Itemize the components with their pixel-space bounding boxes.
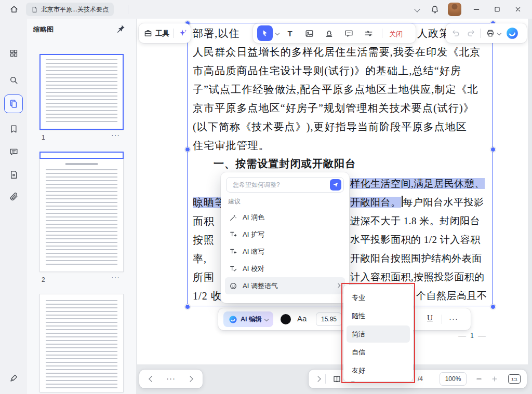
maximize-icon xyxy=(493,5,501,13)
menu-item-ai-polish[interactable]: AI 润色 xyxy=(225,209,345,226)
reader-button[interactable] xyxy=(5,166,22,183)
tab-divider xyxy=(128,5,128,14)
cursor-icon xyxy=(261,29,269,37)
wand-icon xyxy=(229,213,237,222)
comments-button[interactable] xyxy=(5,143,22,160)
ai-sparkle-button[interactable] xyxy=(177,28,189,39)
prev-page-icon[interactable] xyxy=(149,376,154,382)
sliders-icon xyxy=(364,29,374,38)
sparkle-icon xyxy=(178,28,188,38)
actual-size-button[interactable]: 1:1 xyxy=(508,374,521,384)
thumbnail-more-button[interactable]: ··· xyxy=(111,273,120,281)
doc-line-fragment: 部署,以住 xyxy=(193,26,240,40)
doc-line-fragment: 开敞阳台按照围护结构外表面 xyxy=(350,251,482,266)
menu-item-ai-shorten[interactable]: AI 缩写 xyxy=(225,243,345,260)
apps-grid-icon xyxy=(9,48,19,58)
close-edit-button[interactable]: 关闭 xyxy=(389,30,403,39)
tone-option-confident[interactable]: 自信 xyxy=(347,344,410,361)
undo-button[interactable] xyxy=(450,28,462,39)
doc-line: 市高品质商品住宅设计导则(试行)》的基础上,总结“好房 xyxy=(193,63,461,78)
search-button[interactable] xyxy=(5,72,22,88)
page-nav-pill: ··· xyxy=(139,370,203,388)
ai-prompt-input[interactable] xyxy=(232,181,330,189)
ai-edit-label: AI 编辑 xyxy=(241,315,262,324)
tone-option-professional[interactable]: 专业 xyxy=(347,289,410,306)
text-tool-button[interactable]: T xyxy=(283,27,297,39)
ai-logo-icon xyxy=(506,26,519,40)
menu-item-ai-proofread[interactable]: AI 校对 xyxy=(225,260,345,277)
stamp-tool-button[interactable] xyxy=(323,28,335,39)
doc-line-fragment: 人政策 xyxy=(417,26,450,40)
doc-heading: 一、按需设置封闭或开敞阳台 xyxy=(214,156,356,171)
collapse-toolbar-button[interactable] xyxy=(411,4,423,15)
selection-handle[interactable] xyxy=(490,304,496,309)
chevron-down-icon[interactable] xyxy=(497,31,501,35)
adjust-tool-button[interactable] xyxy=(362,28,375,39)
reading-mode-button[interactable] xyxy=(330,374,343,384)
page-lines-icon xyxy=(9,170,19,180)
chevron-down-icon xyxy=(414,6,420,12)
pin-panel-button[interactable] xyxy=(115,24,126,34)
doc-line: (以下简称《技术要点》),更好指导当前阶段平原多点地区 xyxy=(193,119,467,134)
signature-button[interactable] xyxy=(5,370,22,386)
font-style-button[interactable]: Aa xyxy=(297,314,307,323)
thumbnails-panel-button[interactable] xyxy=(4,94,23,113)
pdf-editor-window: 北京市平原...关技术要点 缩略图 xyxy=(0,0,532,394)
menu-item-label: AI 缩写 xyxy=(243,247,264,256)
bookmark-icon xyxy=(9,124,19,134)
selection-handle[interactable] xyxy=(490,147,496,152)
image-tool-button[interactable] xyxy=(303,28,315,39)
text-caret xyxy=(402,196,403,207)
page-total-label: /4 xyxy=(418,375,423,383)
tone-option-concise[interactable]: 简洁 xyxy=(347,325,410,343)
chevron-down-icon[interactable] xyxy=(275,31,280,35)
apps-grid-button[interactable] xyxy=(5,45,22,61)
zoom-out-button[interactable] xyxy=(474,374,484,384)
divider xyxy=(173,29,174,38)
viewport-indicator[interactable] xyxy=(39,152,124,159)
history-pill xyxy=(446,23,527,43)
zoom-in-button[interactable] xyxy=(489,374,500,384)
tone-option-friendly[interactable]: 友好 xyxy=(347,362,410,379)
underline-button[interactable]: U xyxy=(427,314,433,322)
redo-button[interactable] xyxy=(464,28,477,39)
doc-line-fragment: 面积 xyxy=(193,214,215,228)
annotation-tool-button[interactable] xyxy=(342,28,355,39)
bookmarks-button[interactable] xyxy=(5,120,22,137)
send-button[interactable] xyxy=(330,179,341,191)
tools-button[interactable]: 工具 xyxy=(155,29,169,38)
font-size-field[interactable]: 15.95 xyxy=(316,313,342,326)
ai-assistant-button[interactable] xyxy=(505,26,520,40)
maximize-window-button[interactable] xyxy=(490,3,504,16)
nav-more-button[interactable]: ··· xyxy=(166,374,176,383)
menu-item-ai-tone[interactable]: AI 调整语气 xyxy=(225,277,345,294)
home-button[interactable] xyxy=(7,3,21,16)
attachments-button[interactable] xyxy=(5,188,22,205)
select-tool-button[interactable] xyxy=(257,25,273,41)
doc-line-fragment: 计入容积面积,按照投影面积的 xyxy=(350,270,485,284)
selection-handle[interactable] xyxy=(185,304,190,309)
undo-icon xyxy=(451,29,461,38)
pen-icon xyxy=(9,373,19,383)
user-avatar[interactable] xyxy=(448,3,461,16)
selection-handle[interactable] xyxy=(185,147,190,152)
document-tab[interactable]: 北京市平原...关技术要点 xyxy=(26,3,114,16)
tone-option-casual[interactable]: 随性 xyxy=(347,307,410,324)
more-formatting-button[interactable]: ··· xyxy=(449,314,458,323)
menu-item-label: AI 调整语气 xyxy=(243,281,278,291)
text-color-swatch[interactable] xyxy=(281,314,291,324)
minimize-window-button[interactable] xyxy=(470,3,483,16)
menu-item-label: AI 润色 xyxy=(243,213,264,222)
close-window-button[interactable] xyxy=(511,3,525,16)
notifications-button[interactable] xyxy=(428,3,442,16)
ai-edit-button[interactable]: AI 编辑 xyxy=(223,311,273,327)
minimize-icon xyxy=(472,5,481,13)
comment-icon xyxy=(9,147,19,157)
document-icon xyxy=(31,6,38,13)
expand-panel-icon[interactable] xyxy=(315,376,321,382)
zoom-level-field[interactable]: 100% xyxy=(440,372,467,386)
next-page-icon[interactable] xyxy=(187,376,193,382)
thumbnail-more-button[interactable]: ··· xyxy=(111,131,120,139)
print-button[interactable] xyxy=(484,28,497,39)
menu-item-ai-expand[interactable]: AI 扩写 xyxy=(225,226,345,243)
